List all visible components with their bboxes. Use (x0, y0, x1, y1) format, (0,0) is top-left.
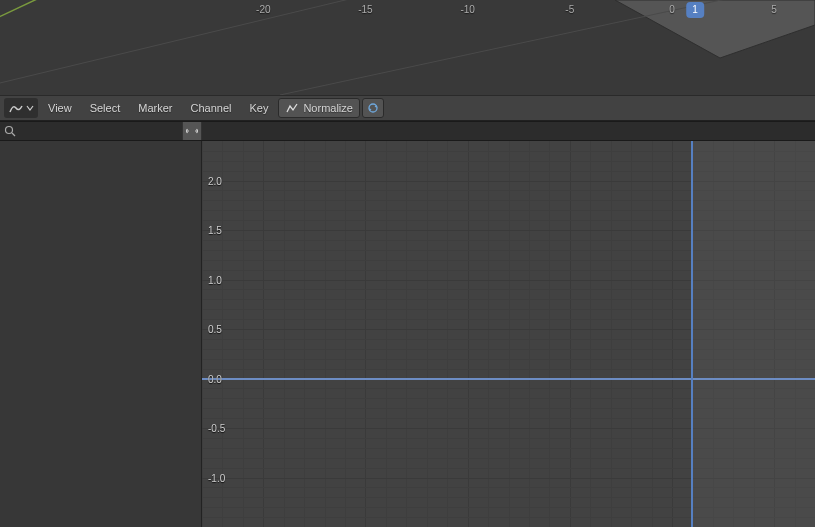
editor-type-selector[interactable] (4, 98, 38, 118)
x-tick-label: -20 (256, 0, 270, 20)
menu-select[interactable]: Select (82, 99, 129, 117)
menu-channel[interactable]: Channel (182, 99, 239, 117)
zero-axis-line (202, 378, 815, 380)
channel-sidebar[interactable] (0, 141, 202, 527)
gridline-vertical-minor (590, 141, 591, 527)
channel-search-bar: 1 -20-15-10-505 (0, 121, 815, 141)
refresh-icon (366, 101, 380, 115)
gridline-vertical (263, 141, 264, 527)
gridline-vertical-minor (243, 141, 244, 527)
grid (202, 141, 815, 527)
gridline-vertical (365, 141, 366, 527)
auto-normalize-button[interactable] (362, 98, 384, 118)
graph-area[interactable]: 2.01.51.00.50.0-0.5-1.0 (202, 141, 815, 527)
gridline-vertical-minor (304, 141, 305, 527)
x-tick-label: -15 (358, 0, 372, 20)
gridline-vertical-minor (386, 141, 387, 527)
normalize-icon (285, 101, 299, 115)
x-tick-label: -10 (460, 0, 474, 20)
chevron-down-icon (26, 104, 34, 112)
gridline-vertical (672, 141, 673, 527)
current-frame-badge[interactable]: 1 (686, 2, 704, 18)
resize-horizontal-icon (186, 126, 198, 136)
x-tick-label: 5 (771, 0, 777, 20)
x-ruler[interactable]: 1 -20-15-10-505 (202, 0, 815, 20)
search-icon (4, 125, 16, 137)
normalize-button[interactable]: Normalize (278, 98, 360, 118)
gridline-vertical-minor (652, 141, 653, 527)
gridline-vertical-minor (222, 141, 223, 527)
gridline-vertical-minor (631, 141, 632, 527)
gridline-vertical-minor (488, 141, 489, 527)
search-input-wrap (0, 122, 182, 140)
gridline-vertical-minor (284, 141, 285, 527)
gridline-vertical (570, 141, 571, 527)
x-tick-label: 0 (669, 0, 675, 20)
menu-key[interactable]: Key (241, 99, 276, 117)
gridline-vertical-minor (345, 141, 346, 527)
post-frame-region (692, 141, 815, 527)
menu-marker[interactable]: Marker (130, 99, 180, 117)
gridline-vertical-minor (202, 141, 203, 527)
playhead[interactable] (691, 141, 693, 527)
svg-line-1 (12, 133, 15, 136)
graph-editor-header: View Select Marker Channel Key Normalize (0, 95, 815, 121)
normalize-label: Normalize (303, 102, 353, 114)
gridline-vertical-minor (611, 141, 612, 527)
axis-y-line (0, 0, 120, 40)
gridline-vertical-minor (325, 141, 326, 527)
gridline-vertical-minor (427, 141, 428, 527)
gridline-vertical-minor (529, 141, 530, 527)
gridline-vertical-minor (509, 141, 510, 527)
gridline-vertical-minor (406, 141, 407, 527)
gridline-vertical-minor (447, 141, 448, 527)
x-tick-label: -5 (565, 0, 574, 20)
gridline-vertical-minor (549, 141, 550, 527)
graph-editor-icon (8, 100, 24, 116)
svg-point-0 (6, 127, 13, 134)
gridline-vertical (468, 141, 469, 527)
menu-view[interactable]: View (40, 99, 80, 117)
search-input[interactable] (20, 125, 178, 137)
sidebar-resize-handle[interactable] (182, 122, 202, 140)
graph-editor-main: 2.01.51.00.50.0-0.5-1.0 (0, 141, 815, 527)
